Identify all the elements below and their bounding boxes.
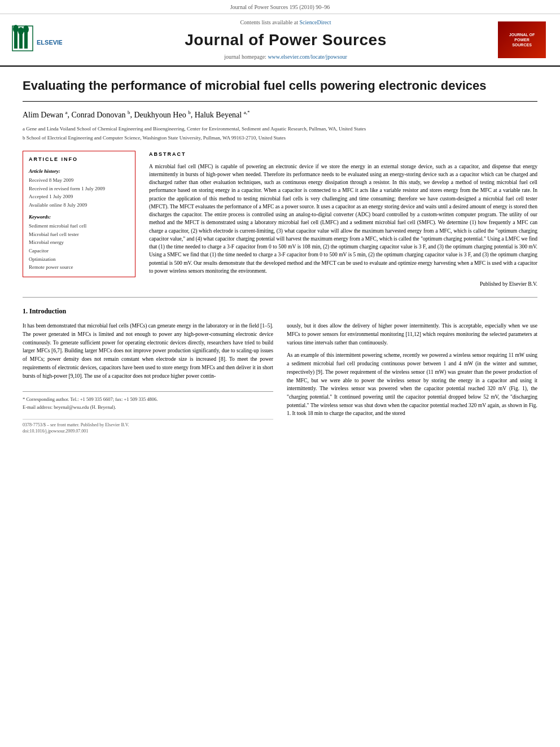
footer-issn: 0378-7753/$ – see front matter. Publishe… xyxy=(23,422,273,428)
article-info-column: ARTICLE INFO Article history: Received 8… xyxy=(23,151,135,288)
page-footer: 0378-7753/$ – see front matter. Publishe… xyxy=(23,419,273,434)
body-col-right: uously, but it does allow the delivery o… xyxy=(287,322,537,434)
svg-point-5 xyxy=(23,25,29,33)
body-text-left: It has been demonstrated that microbial … xyxy=(23,322,273,380)
published-line: Published by Elsevier B.V. xyxy=(149,281,537,288)
footnote-corresponding: * Corresponding author. Tel.: +1 509 335… xyxy=(23,396,273,403)
keywords-list: Sediment microbial fuel cell Microbial f… xyxy=(29,222,129,271)
elsevier-logo-area: ELSEVIER xyxy=(11,23,73,57)
affiliations: a Gene and Linda Voiland School of Chemi… xyxy=(23,125,537,142)
article-title: Evaluating the performance of microbial … xyxy=(23,78,537,102)
intro-para-2: uously, but it does allow the delivery o… xyxy=(287,322,537,347)
keywords-title: Keywords: xyxy=(29,213,129,221)
body-columns: It has been demonstrated that microbial … xyxy=(23,322,537,434)
revised-date: Received in revised form 1 July 2009 xyxy=(29,185,129,193)
section-divider xyxy=(23,297,537,298)
introduction-heading-text: 1. Introduction xyxy=(23,307,66,315)
svg-point-4 xyxy=(18,27,24,35)
keyword-1: Sediment microbial fuel cell xyxy=(29,222,129,230)
introduction-heading: 1. Introduction xyxy=(23,307,537,316)
body-col-left: It has been demonstrated that microbial … xyxy=(23,322,273,434)
journal-logo-box: JOURNAL OF POWER SOURCES xyxy=(498,21,546,58)
abstract-text: A microbial fuel cell (MFC) is capable o… xyxy=(149,163,537,276)
footnote-email: E-mail address: beyenal@wsu.edu (H. Beye… xyxy=(23,404,273,411)
keyword-2: Microbial fuel cell tester xyxy=(29,231,129,238)
sciencedirect-line: Contents lists available at ScienceDirec… xyxy=(73,19,498,27)
footer-doi: doi:10.1016/j.jpowsour.2009.07.001 xyxy=(23,428,273,434)
keyword-3: Microbial energy xyxy=(29,239,129,246)
affiliation-a: a Gene and Linda Voiland School of Chemi… xyxy=(23,125,537,133)
authors-line: Alim Dewan a, Conrad Donovan b, Deukhyou… xyxy=(23,110,537,121)
accepted-date: Accepted 1 July 2009 xyxy=(29,193,129,200)
sciencedirect-link[interactable]: ScienceDirect xyxy=(299,19,331,25)
keyword-6: Remote power source xyxy=(29,264,129,271)
keyword-5: Optimization xyxy=(29,256,129,263)
journal-header-center: Contents lists available at ScienceDirec… xyxy=(73,19,498,61)
available-online-date: Available online 8 July 2009 xyxy=(29,202,129,209)
abstract-title: ABSTRACT xyxy=(149,151,537,158)
abstract-column: ABSTRACT A microbial fuel cell (MFC) is … xyxy=(149,151,537,288)
article-info-box: ARTICLE INFO Article history: Received 8… xyxy=(23,151,135,277)
page-wrapper: Journal of Power Sources 195 (2010) 90–9… xyxy=(0,0,560,747)
article-info-title: ARTICLE INFO xyxy=(29,156,129,163)
authors-text: Alim Dewan a, Conrad Donovan b, Deukhyou… xyxy=(23,111,250,119)
article-history-title: Article history: xyxy=(29,168,129,175)
journal-logo-area: JOURNAL OF POWER SOURCES xyxy=(498,21,549,58)
intro-para-3: As an example of this intermittent power… xyxy=(287,351,537,418)
elsevier-logo-icon: ELSEVIER xyxy=(11,23,62,54)
article-content: Evaluating the performance of microbial … xyxy=(0,67,560,445)
homepage-url[interactable]: www.elsevier.com/locate/jpowsour xyxy=(268,54,347,60)
journal-homepage: journal homepage: www.elsevier.com/locat… xyxy=(73,53,498,61)
affiliation-b: b School of Electrical Engineering and C… xyxy=(23,134,537,142)
footnote-area: * Corresponding author. Tel.: +1 509 335… xyxy=(23,391,273,411)
intro-para-1: It has been demonstrated that microbial … xyxy=(23,322,273,380)
journal-title: Journal of Power Sources xyxy=(73,29,498,51)
top-bar: Journal of Power Sources 195 (2010) 90–9… xyxy=(0,0,560,14)
info-abstract-columns: ARTICLE INFO Article history: Received 8… xyxy=(23,151,537,288)
body-text-right: uously, but it does allow the delivery o… xyxy=(287,322,537,418)
keyword-4: Capacitor xyxy=(29,247,129,255)
journal-logo-text: JOURNAL OF POWER SOURCES xyxy=(509,32,535,47)
received-date: Received 8 May 2009 xyxy=(29,177,129,184)
journal-citation: Journal of Power Sources 195 (2010) 90–9… xyxy=(230,4,330,10)
journal-header: ELSEVIER Contents lists available at Sci… xyxy=(0,14,560,67)
svg-text:ELSEVIER: ELSEVIER xyxy=(37,39,62,46)
